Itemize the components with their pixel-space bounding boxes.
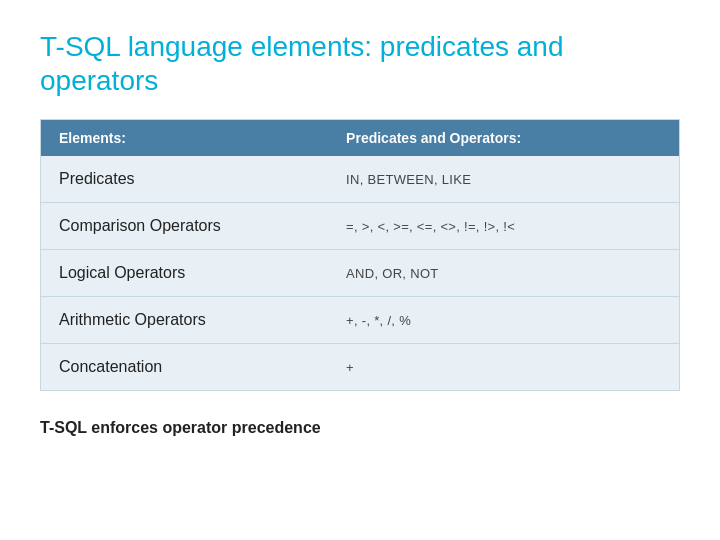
page-title-line2: operators <box>40 65 158 96</box>
element-label: Predicates <box>41 156 328 203</box>
table-row: Arithmetic Operators +, -, *, /, % <box>41 297 679 344</box>
table-row: Comparison Operators =, >, <, >=, <=, <>… <box>41 203 679 250</box>
col-header-operators: Predicates and Operators: <box>328 120 679 156</box>
element-label: Concatenation <box>41 344 328 391</box>
operator-value: =, >, <, >=, <=, <>, !=, !>, !< <box>328 203 679 250</box>
page-title-line1: T-SQL language elements: predicates and <box>40 31 564 62</box>
operator-value: +, -, *, /, % <box>328 297 679 344</box>
element-label: Arithmetic Operators <box>41 297 328 344</box>
operator-value: AND, OR, NOT <box>328 250 679 297</box>
col-header-elements: Elements: <box>41 120 328 156</box>
page: T-SQL language elements: predicates and … <box>0 0 720 540</box>
table-header-row: Elements: Predicates and Operators: <box>41 120 679 156</box>
operator-value: + <box>328 344 679 391</box>
table-row: Concatenation + <box>41 344 679 391</box>
elements-table: Elements: Predicates and Operators: Pred… <box>41 120 679 390</box>
table-row: Logical Operators AND, OR, NOT <box>41 250 679 297</box>
page-title: T-SQL language elements: predicates and … <box>40 30 680 97</box>
operator-value: IN, BETWEEN, LIKE <box>328 156 679 203</box>
footer-note: T-SQL enforces operator precedence <box>40 419 680 437</box>
element-label: Comparison Operators <box>41 203 328 250</box>
data-table-wrapper: Elements: Predicates and Operators: Pred… <box>40 119 680 391</box>
element-label: Logical Operators <box>41 250 328 297</box>
table-row: Predicates IN, BETWEEN, LIKE <box>41 156 679 203</box>
